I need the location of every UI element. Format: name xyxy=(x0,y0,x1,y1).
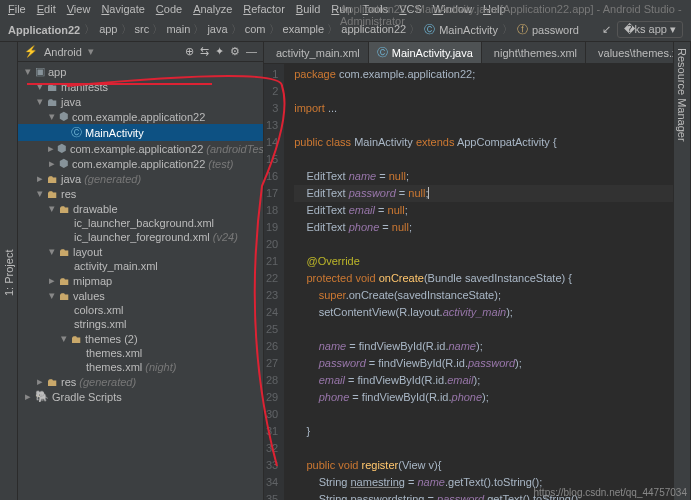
gutter: 1231314151617181920212223242526272829303… xyxy=(264,64,284,500)
editor-tab[interactable]: night\themes.xml xyxy=(482,42,586,63)
cls-icon: Ⓒ xyxy=(377,45,388,60)
tree-item[interactable]: strings.xml xyxy=(18,317,263,331)
code-area[interactable]: 1231314151617181920212223242526272829303… xyxy=(264,64,673,500)
right-tool-strip: Resource Manager xyxy=(673,42,691,500)
gear-icon[interactable]: ⚙ xyxy=(230,45,240,58)
tree-item[interactable]: themes.xml xyxy=(18,346,263,360)
breadcrumb-segment[interactable]: example xyxy=(283,23,325,35)
tree-item[interactable]: ▾🖿 manifests xyxy=(18,79,263,94)
tree-item[interactable]: themes.xml (night) xyxy=(18,360,263,374)
folder-icon: 🖿 xyxy=(47,96,58,108)
project-tree[interactable]: ▾▣ app▾🖿 manifests▾🖿 java▾⬢ com.example.… xyxy=(18,62,263,406)
tree-item[interactable]: ▸🖿 mipmap xyxy=(18,273,263,288)
tool-tab[interactable]: 1: Project xyxy=(1,42,17,500)
tree-item[interactable]: ▾🖿 drawable xyxy=(18,201,263,216)
pkg-icon: ⬢ xyxy=(59,157,69,170)
menu-edit[interactable]: Edit xyxy=(37,3,56,15)
tree-item[interactable]: ic_launcher_foreground.xml (v24) xyxy=(18,230,263,244)
tree-item[interactable]: ▸⬢ com.example.application22 (androidTes… xyxy=(18,141,263,156)
folder-t-icon: 🖿 xyxy=(47,188,58,200)
breadcrumb-segment[interactable]: com xyxy=(245,23,266,35)
left-tool-strip: 1: Project2: Structure2: FavoritesBuild … xyxy=(0,42,18,500)
tree-item[interactable]: ▾⬢ com.example.application22 xyxy=(18,109,263,124)
menu-view[interactable]: View xyxy=(67,3,91,15)
pkg-icon: ⬢ xyxy=(59,110,69,123)
folder-t-icon: 🖿 xyxy=(59,275,70,287)
tree-item[interactable]: ▸🖿 java (generated) xyxy=(18,171,263,186)
tree-item[interactable]: ▸🖿 res (generated) xyxy=(18,374,263,389)
editor-tabs: activity_main.xmlⒸMainActivity.javanight… xyxy=(264,42,673,64)
watermark: https://blog.csdn.net/qq_44757034 xyxy=(534,487,687,498)
window-title: Application22 - MainActivity.java [Appli… xyxy=(340,3,691,27)
menu-build[interactable]: Build xyxy=(296,3,320,15)
tree-item[interactable]: ▾▣ app xyxy=(18,64,263,79)
menu-file[interactable]: File xyxy=(8,3,26,15)
folder-t-icon: 🖿 xyxy=(71,333,82,345)
project-tool-window: ⚡ Android▾ ⊕ ⇆ ✦ ⚙ — ▾▣ app▾🖿 manifests▾… xyxy=(18,42,264,500)
select-opened-icon[interactable]: ⊕ xyxy=(185,45,194,58)
tree-item[interactable]: ▸🐘 Gradle Scripts xyxy=(18,389,263,404)
breadcrumb-segment[interactable]: main xyxy=(166,23,190,35)
tree-item[interactable]: activity_main.xml xyxy=(18,259,263,273)
breadcrumb-project[interactable]: Application22 xyxy=(8,24,80,36)
module-icon: ▣ xyxy=(35,65,45,78)
tool-tab[interactable]: 2: Structure xyxy=(0,42,1,500)
breadcrumb-segment[interactable]: java xyxy=(207,23,227,35)
tree-item[interactable]: ▾🖿 res xyxy=(18,186,263,201)
android-icon: ⚡ xyxy=(24,45,38,58)
folder-icon: 🖿 xyxy=(47,81,58,93)
tree-item[interactable]: Ⓒ MainActivity xyxy=(18,124,263,141)
tree-mode[interactable]: Android xyxy=(44,46,82,58)
collapse-icon[interactable]: ✦ xyxy=(215,45,224,58)
editor-tab[interactable]: ⒸMainActivity.java xyxy=(369,42,482,63)
folder-t-icon: 🖿 xyxy=(59,290,70,302)
tree-item[interactable]: ▸⬢ com.example.application22 (test) xyxy=(18,156,263,171)
editor-tab[interactable]: activity_main.xml xyxy=(264,42,369,63)
tree-item[interactable]: ▾🖿 java xyxy=(18,94,263,109)
folder-t-icon: 🖿 xyxy=(47,173,58,185)
breadcrumb-segment[interactable]: src xyxy=(135,23,150,35)
gradle-icon: 🐘 xyxy=(35,390,49,403)
resource-manager-tab[interactable]: Resource Manager xyxy=(674,42,691,500)
tree-item[interactable]: ▾🖿 layout xyxy=(18,244,263,259)
tree-item[interactable]: colors.xml xyxy=(18,303,263,317)
cls-icon: Ⓒ xyxy=(71,125,82,140)
breadcrumb-segment[interactable]: app xyxy=(99,23,117,35)
folder-t-icon: 🖿 xyxy=(47,376,58,388)
menu-analyze[interactable]: Analyze xyxy=(193,3,232,15)
menu-refactor[interactable]: Refactor xyxy=(243,3,285,15)
tree-item[interactable]: ▾🖿 themes (2) xyxy=(18,331,263,346)
editor: activity_main.xmlⒸMainActivity.javanight… xyxy=(264,42,673,500)
pkg-icon: ⬢ xyxy=(57,142,67,155)
folder-t-icon: 🖿 xyxy=(59,246,70,258)
tree-item[interactable]: ▾🖿 values xyxy=(18,288,263,303)
menu-code[interactable]: Code xyxy=(156,3,182,15)
folder-t-icon: 🖿 xyxy=(59,203,70,215)
tree-item[interactable]: ic_launcher_background.xml xyxy=(18,216,263,230)
menu-navigate[interactable]: Navigate xyxy=(101,3,144,15)
hide-icon[interactable]: — xyxy=(246,45,257,58)
expand-icon[interactable]: ⇆ xyxy=(200,45,209,58)
